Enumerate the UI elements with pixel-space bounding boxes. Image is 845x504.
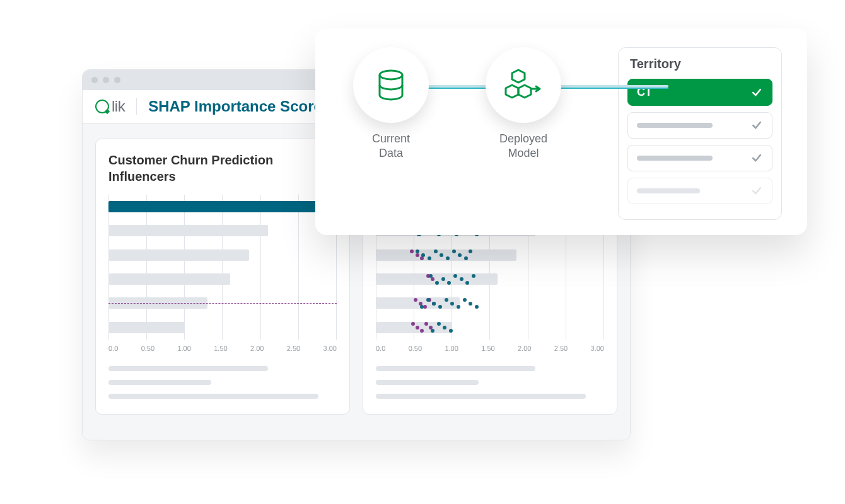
scatter-dot (416, 249, 419, 253)
bar-chart (108, 195, 337, 340)
scatter-dot (416, 253, 419, 257)
scatter-dot (443, 326, 446, 329)
axis-tick: 0.50 (141, 345, 154, 352)
scatter-dot (458, 253, 462, 257)
bar (108, 225, 268, 236)
divider (136, 98, 137, 115)
scatter-dot (428, 256, 431, 260)
axis-tick: 1.50 (481, 345, 494, 352)
check-icon (750, 119, 763, 132)
territory-option[interactable] (627, 145, 772, 171)
model-deploy-icon (486, 47, 561, 123)
axis-tick: 1.00 (445, 345, 458, 352)
x-axis: 0.00.501.001.502.002.503.00 (108, 345, 337, 352)
placeholder (637, 156, 713, 161)
axis-tick: 1.00 (177, 345, 190, 352)
scatter-dot (449, 329, 453, 333)
brand-text: lik (112, 98, 125, 115)
axis-tick: 3.00 (591, 345, 604, 352)
scatter-dot (414, 298, 417, 302)
scatter-dot (475, 305, 479, 309)
x-axis: 0.00.501.001.502.002.503.00 (376, 345, 604, 352)
scatter-dot (465, 281, 469, 285)
scatter-dot (410, 249, 414, 253)
scatter-dot (450, 302, 454, 306)
scatter-dot (431, 277, 434, 281)
scatter-dot (424, 322, 428, 326)
axis-tick: 2.00 (518, 345, 531, 352)
scatter-dot (472, 274, 475, 278)
scatter-dot (411, 322, 415, 326)
territory-title: Territory (630, 57, 772, 71)
scatter-dot (435, 281, 439, 285)
node-current-data[interactable]: Current Data (353, 47, 429, 160)
svg-point-0 (380, 71, 402, 79)
placeholder-lines (108, 366, 337, 399)
bar (108, 322, 185, 333)
scatter-dot (452, 249, 456, 253)
axis-tick: 3.00 (323, 345, 337, 352)
bar (108, 273, 230, 285)
territory-option[interactable] (627, 112, 772, 139)
node-deployed-model[interactable]: Deployed Model (486, 47, 561, 160)
scatter-dot (438, 305, 442, 309)
check-icon (750, 152, 763, 164)
window-dot (114, 77, 120, 83)
check-icon (750, 86, 763, 99)
axis-tick: 2.00 (250, 345, 264, 352)
qlik-q-icon (95, 100, 109, 113)
bar (108, 249, 249, 261)
window-dot (91, 77, 98, 83)
scatter-dot (440, 253, 443, 257)
placeholder (637, 123, 713, 128)
reference-line (108, 303, 337, 304)
bar (108, 201, 337, 212)
axis-tick: 0.50 (409, 345, 422, 352)
axis-tick: 2.50 (287, 345, 300, 352)
svg-marker-2 (506, 85, 518, 98)
pipeline-nodes: Current Data Deployed Model (353, 47, 605, 160)
card-title: Customer Churn Prediction Influencers (108, 152, 337, 185)
territory-picker: Territory CT (618, 47, 782, 220)
scatter-dot (460, 277, 463, 281)
axis-tick: 0.0 (376, 345, 385, 352)
svg-marker-3 (518, 85, 531, 98)
pipeline-panel: Current Data Deployed Model Territory (315, 28, 807, 235)
scatter-dot (453, 274, 457, 278)
scatter-dot (469, 302, 472, 306)
placeholder-lines (376, 366, 604, 399)
scatter-dot (420, 329, 424, 333)
territory-option-selected[interactable]: CT (627, 79, 772, 106)
axis-tick: 2.50 (554, 345, 568, 352)
card-churn-influencers: Customer Churn Prediction Influencers 0.… (95, 139, 350, 415)
svg-marker-1 (512, 70, 525, 83)
scatter-dot (420, 256, 424, 260)
scatter-dot (446, 256, 450, 260)
qlik-logo: lik (95, 98, 125, 115)
node-label: Current Data (372, 132, 410, 160)
scatter-dot (447, 281, 451, 285)
scatter-dot (420, 305, 424, 309)
territory-option[interactable] (627, 178, 772, 204)
scatter-dot (469, 249, 472, 253)
window-dot (103, 77, 109, 83)
scatter-dot (431, 329, 434, 333)
scatter-dot (421, 253, 425, 257)
check-icon (750, 185, 763, 197)
scatter-dot (464, 256, 468, 260)
scatter-dot (432, 302, 436, 306)
page-title: SHAP Importance Score (148, 98, 322, 115)
database-icon (353, 47, 429, 123)
axis-tick: 1.50 (214, 345, 227, 352)
scatter-dot (426, 298, 430, 302)
scatter-dot (441, 277, 445, 281)
scatter-dot (416, 326, 419, 329)
scatter-dot (434, 249, 438, 253)
scatter-dot (463, 298, 467, 302)
scatter-dot (437, 322, 441, 326)
placeholder (637, 188, 700, 193)
scatter-dot (445, 298, 448, 302)
node-label: Deployed Model (499, 132, 547, 160)
axis-tick: 0.0 (108, 345, 118, 352)
scatter-dot (457, 305, 460, 309)
